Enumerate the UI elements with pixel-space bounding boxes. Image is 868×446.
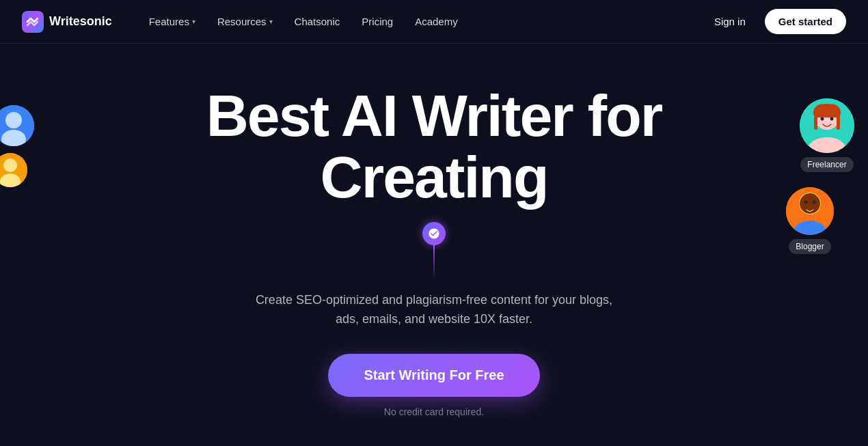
svg-point-17 xyxy=(804,201,808,204)
avatar-circle-blogger xyxy=(786,187,834,235)
freelancer-label: Freelancer xyxy=(800,157,853,172)
avatar-circle xyxy=(0,105,34,146)
svg-rect-9 xyxy=(837,116,840,130)
hero-section: Best AI Writer for Creating Create SEO-o… xyxy=(0,44,868,445)
avatar-freelancer: Freelancer xyxy=(800,98,854,172)
svg-point-4 xyxy=(3,158,17,172)
nav-item-academy[interactable]: Academy xyxy=(405,10,467,33)
cta-button[interactable]: Start Writing For Free xyxy=(328,354,539,397)
navbar: Writesonic Features ▾ Resources ▾ Chatso… xyxy=(0,0,868,44)
hero-title: Best AI Writer for Creating xyxy=(126,85,742,208)
avatar-circle xyxy=(0,153,27,187)
chevron-down-icon: ▾ xyxy=(192,18,195,25)
nav-links: Features ▾ Resources ▾ Chatsonic Pricing… xyxy=(139,10,703,33)
svg-point-12 xyxy=(830,117,834,121)
no-credit-card-text: No credit card required. xyxy=(384,406,484,417)
avatar-blogger: Blogger xyxy=(786,187,834,254)
svg-point-18 xyxy=(813,201,816,204)
avatar-left-top xyxy=(0,105,34,146)
avatar-circle-freelancer xyxy=(800,98,854,153)
ai-cursor-line xyxy=(433,245,435,279)
svg-point-11 xyxy=(821,117,824,121)
hero-subtitle: Create SEO-optimized and plagiarism-free… xyxy=(243,290,625,330)
blogger-label: Blogger xyxy=(789,239,830,254)
nav-item-chatsonic[interactable]: Chatsonic xyxy=(285,10,350,33)
nav-item-pricing[interactable]: Pricing xyxy=(352,10,403,33)
sign-in-button[interactable]: Sign in xyxy=(703,10,757,33)
svg-rect-8 xyxy=(814,116,817,130)
avatar-left-mid xyxy=(0,153,27,187)
nav-right: Sign in Get started xyxy=(703,9,846,34)
logo[interactable]: Writesonic xyxy=(22,11,112,33)
get-started-button[interactable]: Get started xyxy=(765,9,846,34)
svg-point-1 xyxy=(5,112,22,128)
ai-cursor xyxy=(422,222,446,279)
nav-item-features[interactable]: Features ▾ xyxy=(139,10,205,33)
brand-name: Writesonic xyxy=(49,14,112,29)
ai-cursor-bubble xyxy=(422,222,446,245)
chevron-down-icon: ▾ xyxy=(269,18,273,25)
logo-icon xyxy=(22,11,44,33)
nav-item-resources[interactable]: Resources ▾ xyxy=(208,10,282,33)
